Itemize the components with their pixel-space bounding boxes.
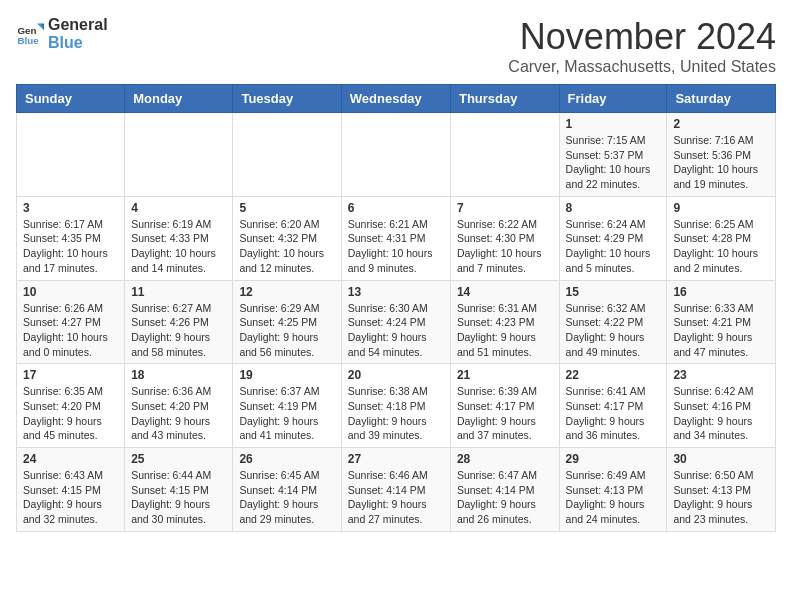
day-info: Sunrise: 6:21 AM Sunset: 4:31 PM Dayligh…: [348, 217, 444, 276]
calendar-day-cell: 5Sunrise: 6:20 AM Sunset: 4:32 PM Daylig…: [233, 196, 341, 280]
day-number: 11: [131, 285, 226, 299]
day-info: Sunrise: 6:50 AM Sunset: 4:13 PM Dayligh…: [673, 468, 769, 527]
day-number: 21: [457, 368, 553, 382]
calendar-day-cell: 19Sunrise: 6:37 AM Sunset: 4:19 PM Dayli…: [233, 364, 341, 448]
day-number: 10: [23, 285, 118, 299]
day-info: Sunrise: 6:32 AM Sunset: 4:22 PM Dayligh…: [566, 301, 661, 360]
calendar-day-header: Wednesday: [341, 85, 450, 113]
day-info: Sunrise: 6:17 AM Sunset: 4:35 PM Dayligh…: [23, 217, 118, 276]
calendar-day-cell: 26Sunrise: 6:45 AM Sunset: 4:14 PM Dayli…: [233, 448, 341, 532]
day-info: Sunrise: 6:35 AM Sunset: 4:20 PM Dayligh…: [23, 384, 118, 443]
day-info: Sunrise: 6:25 AM Sunset: 4:28 PM Dayligh…: [673, 217, 769, 276]
month-title: November 2024: [508, 16, 776, 58]
logo-icon: Gen Blue: [16, 20, 44, 48]
calendar-day-header: Saturday: [667, 85, 776, 113]
logo-general-text: General Blue: [48, 16, 108, 51]
day-info: Sunrise: 6:38 AM Sunset: 4:18 PM Dayligh…: [348, 384, 444, 443]
day-number: 12: [239, 285, 334, 299]
day-number: 1: [566, 117, 661, 131]
day-number: 13: [348, 285, 444, 299]
day-number: 29: [566, 452, 661, 466]
calendar-day-cell: 6Sunrise: 6:21 AM Sunset: 4:31 PM Daylig…: [341, 196, 450, 280]
day-number: 3: [23, 201, 118, 215]
day-info: Sunrise: 6:47 AM Sunset: 4:14 PM Dayligh…: [457, 468, 553, 527]
calendar-day-cell: 15Sunrise: 6:32 AM Sunset: 4:22 PM Dayli…: [559, 280, 667, 364]
day-number: 23: [673, 368, 769, 382]
calendar-day-header: Friday: [559, 85, 667, 113]
calendar-day-cell: 3Sunrise: 6:17 AM Sunset: 4:35 PM Daylig…: [17, 196, 125, 280]
title-area: November 2024 Carver, Massachusetts, Uni…: [508, 16, 776, 76]
day-info: Sunrise: 6:39 AM Sunset: 4:17 PM Dayligh…: [457, 384, 553, 443]
calendar-day-cell: 27Sunrise: 6:46 AM Sunset: 4:14 PM Dayli…: [341, 448, 450, 532]
calendar-day-cell: 29Sunrise: 6:49 AM Sunset: 4:13 PM Dayli…: [559, 448, 667, 532]
calendar-day-cell: [341, 113, 450, 197]
day-number: 5: [239, 201, 334, 215]
day-info: Sunrise: 7:16 AM Sunset: 5:36 PM Dayligh…: [673, 133, 769, 192]
svg-text:Blue: Blue: [17, 34, 39, 45]
calendar-day-cell: 2Sunrise: 7:16 AM Sunset: 5:36 PM Daylig…: [667, 113, 776, 197]
calendar-day-cell: 18Sunrise: 6:36 AM Sunset: 4:20 PM Dayli…: [125, 364, 233, 448]
calendar-day-cell: 13Sunrise: 6:30 AM Sunset: 4:24 PM Dayli…: [341, 280, 450, 364]
day-info: Sunrise: 6:43 AM Sunset: 4:15 PM Dayligh…: [23, 468, 118, 527]
day-number: 24: [23, 452, 118, 466]
calendar-day-cell: 4Sunrise: 6:19 AM Sunset: 4:33 PM Daylig…: [125, 196, 233, 280]
day-info: Sunrise: 6:20 AM Sunset: 4:32 PM Dayligh…: [239, 217, 334, 276]
calendar-day-cell: 1Sunrise: 7:15 AM Sunset: 5:37 PM Daylig…: [559, 113, 667, 197]
calendar-day-cell: 20Sunrise: 6:38 AM Sunset: 4:18 PM Dayli…: [341, 364, 450, 448]
logo: Gen Blue General Blue: [16, 16, 108, 51]
day-info: Sunrise: 6:27 AM Sunset: 4:26 PM Dayligh…: [131, 301, 226, 360]
calendar-header-row: SundayMondayTuesdayWednesdayThursdayFrid…: [17, 85, 776, 113]
page-header: Gen Blue General Blue November 2024 Carv…: [16, 16, 776, 76]
calendar-week-row: 1Sunrise: 7:15 AM Sunset: 5:37 PM Daylig…: [17, 113, 776, 197]
calendar-day-cell: 16Sunrise: 6:33 AM Sunset: 4:21 PM Dayli…: [667, 280, 776, 364]
calendar-day-cell: 25Sunrise: 6:44 AM Sunset: 4:15 PM Dayli…: [125, 448, 233, 532]
calendar-day-cell: 11Sunrise: 6:27 AM Sunset: 4:26 PM Dayli…: [125, 280, 233, 364]
day-number: 27: [348, 452, 444, 466]
day-number: 28: [457, 452, 553, 466]
day-info: Sunrise: 6:24 AM Sunset: 4:29 PM Dayligh…: [566, 217, 661, 276]
calendar-day-cell: 8Sunrise: 6:24 AM Sunset: 4:29 PM Daylig…: [559, 196, 667, 280]
day-number: 20: [348, 368, 444, 382]
day-info: Sunrise: 6:33 AM Sunset: 4:21 PM Dayligh…: [673, 301, 769, 360]
calendar-day-header: Sunday: [17, 85, 125, 113]
day-number: 30: [673, 452, 769, 466]
calendar-week-row: 17Sunrise: 6:35 AM Sunset: 4:20 PM Dayli…: [17, 364, 776, 448]
calendar-week-row: 10Sunrise: 6:26 AM Sunset: 4:27 PM Dayli…: [17, 280, 776, 364]
calendar-day-cell: [233, 113, 341, 197]
calendar-day-header: Monday: [125, 85, 233, 113]
calendar-day-cell: 17Sunrise: 6:35 AM Sunset: 4:20 PM Dayli…: [17, 364, 125, 448]
calendar-day-cell: 10Sunrise: 6:26 AM Sunset: 4:27 PM Dayli…: [17, 280, 125, 364]
day-info: Sunrise: 6:22 AM Sunset: 4:30 PM Dayligh…: [457, 217, 553, 276]
calendar-day-header: Thursday: [450, 85, 559, 113]
day-info: Sunrise: 6:45 AM Sunset: 4:14 PM Dayligh…: [239, 468, 334, 527]
day-number: 17: [23, 368, 118, 382]
calendar-day-cell: 22Sunrise: 6:41 AM Sunset: 4:17 PM Dayli…: [559, 364, 667, 448]
day-number: 7: [457, 201, 553, 215]
day-number: 18: [131, 368, 226, 382]
day-number: 9: [673, 201, 769, 215]
day-info: Sunrise: 6:26 AM Sunset: 4:27 PM Dayligh…: [23, 301, 118, 360]
day-number: 25: [131, 452, 226, 466]
day-info: Sunrise: 6:31 AM Sunset: 4:23 PM Dayligh…: [457, 301, 553, 360]
calendar-day-cell: 24Sunrise: 6:43 AM Sunset: 4:15 PM Dayli…: [17, 448, 125, 532]
day-number: 4: [131, 201, 226, 215]
calendar-day-cell: 28Sunrise: 6:47 AM Sunset: 4:14 PM Dayli…: [450, 448, 559, 532]
day-info: Sunrise: 6:29 AM Sunset: 4:25 PM Dayligh…: [239, 301, 334, 360]
day-number: 6: [348, 201, 444, 215]
calendar-day-cell: 21Sunrise: 6:39 AM Sunset: 4:17 PM Dayli…: [450, 364, 559, 448]
calendar-day-cell: 12Sunrise: 6:29 AM Sunset: 4:25 PM Dayli…: [233, 280, 341, 364]
day-number: 26: [239, 452, 334, 466]
day-info: Sunrise: 6:19 AM Sunset: 4:33 PM Dayligh…: [131, 217, 226, 276]
calendar-day-cell: 9Sunrise: 6:25 AM Sunset: 4:28 PM Daylig…: [667, 196, 776, 280]
calendar-day-cell: [450, 113, 559, 197]
calendar-day-cell: 23Sunrise: 6:42 AM Sunset: 4:16 PM Dayli…: [667, 364, 776, 448]
calendar-week-row: 3Sunrise: 6:17 AM Sunset: 4:35 PM Daylig…: [17, 196, 776, 280]
calendar-day-header: Tuesday: [233, 85, 341, 113]
day-number: 14: [457, 285, 553, 299]
day-number: 16: [673, 285, 769, 299]
day-number: 15: [566, 285, 661, 299]
calendar-table: SundayMondayTuesdayWednesdayThursdayFrid…: [16, 84, 776, 532]
day-info: Sunrise: 6:41 AM Sunset: 4:17 PM Dayligh…: [566, 384, 661, 443]
day-number: 2: [673, 117, 769, 131]
day-info: Sunrise: 6:49 AM Sunset: 4:13 PM Dayligh…: [566, 468, 661, 527]
